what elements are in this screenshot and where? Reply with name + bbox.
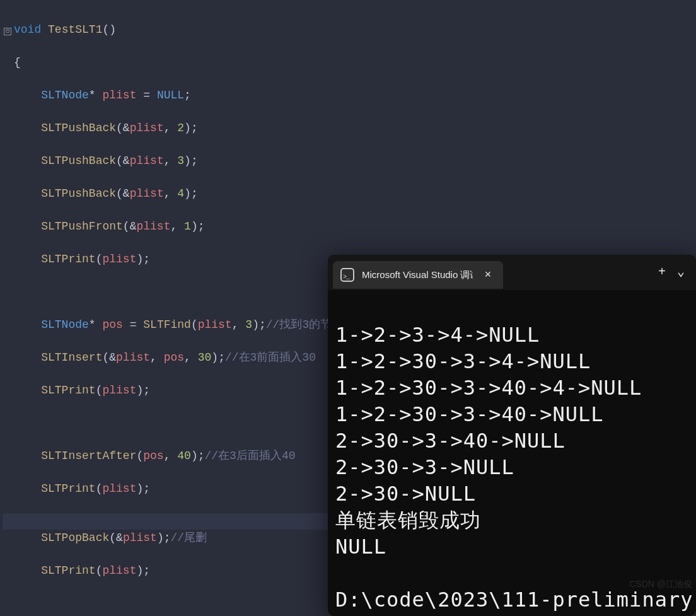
tab-dropdown-icon[interactable]: ⌄ <box>677 264 685 281</box>
output-line: 1->2->3->4->NULL <box>335 323 540 347</box>
terminal-tabbar: Microsoft Visual Studio 调试控 × + ⌄ <box>328 255 696 290</box>
output-line: 1->2->30->3->40->4->NULL <box>335 376 642 400</box>
close-icon[interactable]: × <box>480 267 496 283</box>
terminal-tab[interactable]: Microsoft Visual Studio 调试控 × <box>333 261 503 289</box>
output-line: 1->2->30->3->4->NULL <box>335 349 591 373</box>
terminal-output[interactable]: 1->2->3->4->NULL 1->2->30->3->4->NULL 1-… <box>328 290 696 616</box>
output-line: NULL <box>335 535 386 559</box>
new-tab-button[interactable]: + <box>658 264 666 281</box>
output-line: 2->30->3->NULL <box>335 455 514 479</box>
output-line: 单链表销毁成功 <box>335 508 481 532</box>
keyword: void <box>14 23 41 36</box>
comment: //尾删 <box>171 532 207 544</box>
function-name: TestSLT1 <box>48 23 102 36</box>
comment: //在3前面插入30 <box>225 351 316 364</box>
terminal-window[interactable]: Microsoft Visual Studio 调试控 × + ⌄ 1->2->… <box>328 255 696 616</box>
terminal-icon <box>340 268 354 282</box>
watermark: CSDN @江池俊 <box>629 576 692 592</box>
output-line: 2->30->3->40->NULL <box>335 429 566 453</box>
output-line: 2->30->NULL <box>335 482 476 506</box>
output-line: 1->2->30->3->40->NULL <box>335 402 604 426</box>
comment: //在3后面插入40 <box>205 450 296 462</box>
fold-icon[interactable]: ⊟ <box>3 21 14 38</box>
terminal-tab-title: Microsoft Visual Studio 调试控 <box>362 267 473 283</box>
